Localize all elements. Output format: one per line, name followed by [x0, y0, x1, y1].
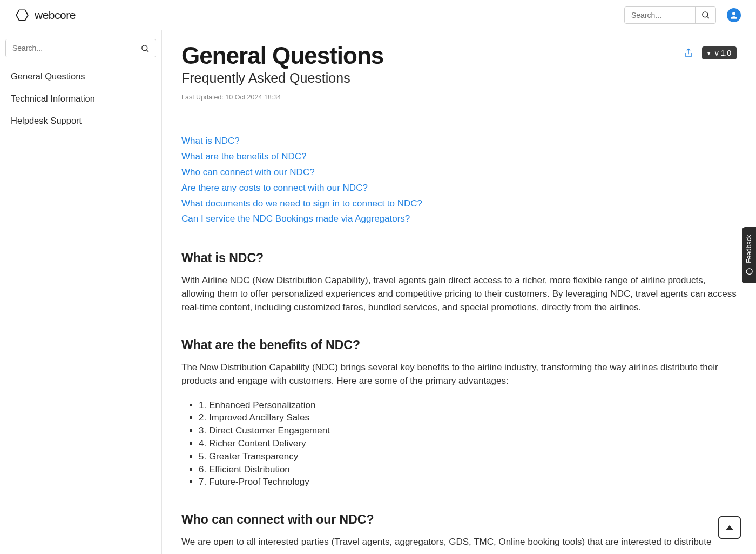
last-updated: Last Updated: 10 Oct 2024 18:34	[181, 94, 737, 101]
title-row: General Questions Frequently Asked Quest…	[181, 42, 737, 86]
benefits-list: 1. Enhanced Personalization 2. Improved …	[181, 399, 737, 489]
header-right	[624, 6, 741, 24]
svg-line-2	[707, 17, 709, 18]
section-body: The New Distribution Capability (NDC) br…	[181, 361, 737, 388]
page-title: General Questions	[181, 42, 383, 69]
sidebar-search-button[interactable]	[134, 39, 156, 57]
title-actions: ▼ v 1.0	[684, 46, 737, 59]
brand-name: webcore	[35, 9, 76, 22]
chevron-up-icon	[724, 522, 735, 533]
version-label: v 1.0	[715, 49, 731, 57]
list-item: 5. Greater Transparency	[199, 450, 737, 463]
toc-link[interactable]: What are the benefits of NDC?	[181, 149, 737, 165]
feedback-tab[interactable]: Feedback	[742, 227, 756, 283]
logo[interactable]: webcore	[15, 8, 76, 22]
sidebar: General Questions Technical Information …	[0, 30, 162, 554]
search-icon	[140, 44, 150, 53]
table-of-contents: What is NDC? What are the benefits of ND…	[181, 134, 737, 227]
toc-link[interactable]: Can I service the NDC Bookings made via …	[181, 211, 737, 227]
header-search	[624, 6, 716, 24]
toc-link[interactable]: Are there any costs to connect with our …	[181, 181, 737, 196]
page-subtitle: Frequently Asked Questions	[181, 70, 383, 86]
list-item: 6. Efficient Distribution	[199, 463, 737, 476]
user-icon	[729, 10, 739, 20]
toc-link[interactable]: What is NDC?	[181, 134, 737, 149]
version-dropdown[interactable]: ▼ v 1.0	[702, 46, 737, 59]
svg-point-3	[732, 12, 735, 15]
section-body: We are open to all interested parties (T…	[181, 536, 737, 549]
chevron-down-icon: ▼	[706, 50, 712, 56]
svg-marker-0	[16, 10, 28, 21]
chat-icon	[745, 268, 753, 276]
avatar[interactable]	[727, 8, 741, 22]
svg-point-1	[703, 12, 708, 17]
hexagon-icon	[15, 8, 29, 22]
svg-marker-10	[726, 525, 733, 530]
header: webcore	[0, 0, 756, 30]
section-body: With Airline NDC (New Distribution Capab…	[181, 274, 737, 314]
sidebar-search	[5, 39, 156, 57]
list-item: 1. Enhanced Personalization	[199, 399, 737, 412]
share-icon[interactable]	[684, 48, 693, 58]
sidebar-search-input[interactable]	[6, 39, 134, 57]
toc-link[interactable]: What documents do we need to sign in to …	[181, 196, 737, 212]
toc-link[interactable]: Who can connect with our NDC?	[181, 165, 737, 181]
sidebar-item-technical-information[interactable]: Technical Information	[5, 89, 156, 108]
list-item: 7. Future-Proof Technology	[199, 476, 737, 489]
scroll-to-top-button[interactable]	[718, 516, 741, 539]
main-content: General Questions Frequently Asked Quest…	[162, 30, 756, 554]
svg-line-5	[147, 50, 148, 51]
section-heading: What are the benefits of NDC?	[181, 338, 737, 352]
section-heading: Who can connect with our NDC?	[181, 512, 737, 527]
search-icon	[701, 10, 710, 19]
sidebar-item-helpdesk-support[interactable]: Helpdesk Support	[5, 111, 156, 130]
list-item: 2. Improved Ancillary Sales	[199, 411, 737, 424]
feedback-label: Feedback	[745, 235, 753, 263]
section-heading: What is NDC?	[181, 251, 737, 265]
sidebar-item-general-questions[interactable]: General Questions	[5, 67, 156, 86]
header-search-input[interactable]	[625, 7, 695, 23]
list-item: 3. Direct Customer Engagement	[199, 424, 737, 437]
list-item: 4. Richer Content Delivery	[199, 437, 737, 450]
svg-point-4	[142, 45, 147, 50]
header-search-button[interactable]	[695, 7, 716, 23]
body: General Questions Technical Information …	[0, 30, 756, 554]
